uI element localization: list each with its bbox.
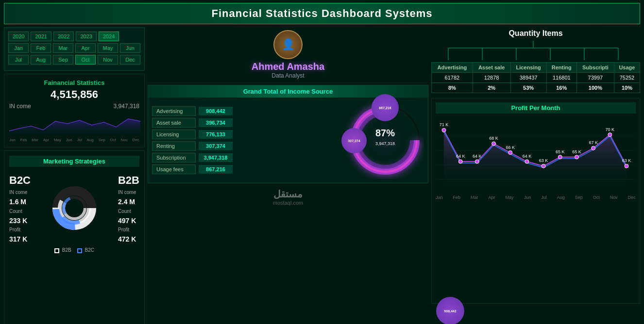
col-asset-sale: Asset sale (473, 63, 510, 73)
income-label: IN come (9, 103, 31, 110)
val-usage: 75252 (614, 73, 640, 83)
pct-renting: 16% (546, 83, 576, 93)
month-feb[interactable]: Feb (31, 43, 51, 53)
val-asset-sale: 12878 (473, 73, 510, 83)
legend-row: B2B B2C (9, 247, 139, 253)
item-value-advertising: 908,442 (199, 107, 233, 115)
list-item: Advertising 908,442 (152, 106, 341, 116)
b2b-label: B2B (118, 172, 139, 189)
col-renting: Renting (546, 63, 576, 73)
pct-usage: 10% (614, 83, 640, 93)
profit-chart: 71 K64 K64 K68 K66 K64 K63 K65 K65 K67 K… (436, 116, 636, 194)
profile-name: Ahmed Amasha (148, 61, 428, 72)
chart-months: JanFebMarAprMayJun JulAugSepOctNovDec (9, 138, 139, 142)
svg-text:87%: 87% (375, 128, 395, 138)
svg-text:63 K: 63 K (622, 158, 631, 163)
item-label-advertising: Advertising (152, 106, 196, 116)
month-jun[interactable]: Jun (120, 43, 140, 53)
financial-stats-total: 4,515,856 (9, 88, 139, 101)
month-sep[interactable]: Sep (53, 55, 73, 65)
svg-text:71 K: 71 K (440, 122, 449, 127)
marketing-content: B2C IN come 1.6 M Count 233 K Profit 317… (9, 172, 139, 244)
watermark: مستقل mostaql.com (148, 186, 428, 208)
watermark-url: mostaql.com (148, 200, 428, 206)
item-value-asset: 396,734 (199, 118, 233, 127)
month-row1: Jan Feb Mar Apr May Jun (8, 43, 140, 53)
svg-text:66 K: 66 K (506, 145, 515, 150)
val-renting: 116801 (546, 73, 576, 83)
b2c-info: B2C IN come 1.6 M Count 233 K Profit 317… (9, 172, 31, 244)
svg-point-32 (458, 160, 462, 163)
year-2020[interactable]: 2020 (8, 32, 29, 41)
year-2023[interactable]: 2023 (76, 32, 96, 41)
month-jul[interactable]: Jul (8, 55, 29, 65)
item-value-renting: 307,374 (199, 142, 233, 150)
month-nov[interactable]: Nov (98, 55, 118, 65)
quantity-title: Quantity Items (431, 29, 640, 38)
dashboard-header: Financial Statistics Dashboard Systems (4, 3, 640, 24)
svg-point-48 (592, 146, 595, 150)
month-oct[interactable]: Oct (75, 55, 96, 65)
pct-subscription: 100% (576, 83, 614, 93)
month-dec[interactable]: Dec (120, 55, 140, 65)
b2c-label: B2C (9, 172, 31, 189)
list-item: Licensing 776,133 (152, 130, 341, 139)
b2c-profit-value: 317 K (9, 234, 31, 244)
svg-text:70 K: 70 K (606, 127, 615, 132)
profile-role: Data Analyst (148, 72, 428, 79)
svg-text:3,947,318: 3,947,318 (375, 141, 395, 146)
list-item: Asset sale 396,734 (152, 118, 341, 128)
month-row2: Jul Aug Sep Oct Nov Dec (8, 55, 140, 65)
month-may[interactable]: May (98, 43, 118, 53)
list-item: Usage fees 867,216 (152, 164, 341, 174)
b2c-profit-label: Profit (9, 226, 31, 234)
col-subscription: Subscripti (576, 63, 614, 73)
b2c-income-label: IN come (9, 189, 31, 196)
b2c-count-value: 233 K (9, 215, 31, 226)
qty-table: Advertising Asset sale Licensing Renting… (431, 62, 640, 93)
b2b-profit-label: Profit (118, 226, 139, 234)
avatar: 👤 (273, 30, 303, 59)
marketing-strategies: Marketing Strategies B2C IN come 1.6 M C… (4, 150, 145, 324)
month-apr[interactable]: Apr (75, 43, 96, 53)
profit-months: JanFebMarAprMayJun JulAugSepOctNovDec (436, 195, 636, 200)
col-advertising: Advertising (432, 63, 473, 73)
financial-stats: Fainancial Statistics 4,515,856 IN come … (4, 74, 145, 147)
year-2022[interactable]: 2022 (53, 32, 74, 41)
profile-section: 👤 Ahmed Amasha Data Analyst (148, 27, 428, 82)
svg-text:68 K: 68 K (489, 136, 498, 141)
svg-text:64 K: 64 K (456, 154, 465, 159)
svg-text:63 K: 63 K (539, 158, 548, 163)
month-jan[interactable]: Jan (8, 43, 29, 53)
grand-total-body: Advertising 908,442 Asset sale 396,734 L… (148, 97, 428, 183)
val-licensing: 389437 (510, 73, 546, 83)
year-2024[interactable]: 2024 (99, 32, 119, 41)
col-licensing: Licensing (510, 63, 546, 73)
pct-asset-sale: 2% (473, 83, 510, 93)
financial-chart (9, 112, 139, 136)
legend-b2c: B2C (77, 247, 94, 253)
svg-point-40 (525, 160, 529, 163)
val-subscription: 73997 (576, 73, 614, 83)
bubble-908442: 908,442 (436, 297, 464, 324)
income-row: IN come 3,947,318 (9, 103, 139, 110)
svg-text:65 K: 65 K (572, 149, 581, 154)
svg-point-50 (608, 133, 612, 137)
item-value-usage: 867,216 (199, 165, 233, 174)
val-advertising: 61782 (432, 73, 473, 83)
b2b-income-value: 2.4 M (118, 196, 139, 207)
list-item: Renting 307,374 (152, 141, 341, 151)
donut-center-chart: 307,374 867,216 (346, 101, 424, 179)
b2c-count-label: Count (9, 208, 31, 215)
svg-point-36 (492, 142, 496, 146)
tree-lines (431, 41, 635, 60)
month-aug[interactable]: Aug (31, 55, 51, 65)
item-value-subscription: 3,947,318 (199, 153, 233, 162)
profit-title: Profit Per Month (436, 102, 636, 113)
b2b-profit-value: 472 K (118, 234, 139, 244)
svg-text:67 K: 67 K (589, 140, 598, 145)
year-2021[interactable]: 2021 (31, 32, 51, 41)
month-mar[interactable]: Mar (53, 43, 73, 53)
right-panel: Quantity Items Advertising (431, 27, 640, 324)
pct-advertising: 8% (432, 83, 473, 93)
